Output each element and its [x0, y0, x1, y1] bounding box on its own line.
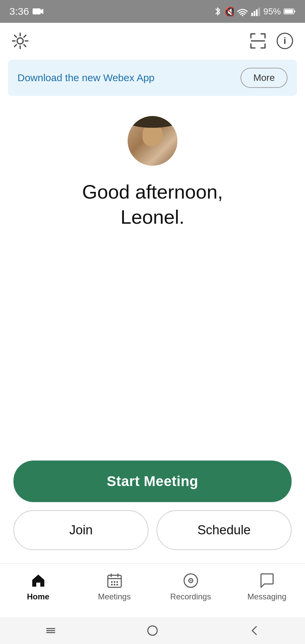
- status-left: 3:36: [9, 6, 44, 17]
- recordings-icon: [182, 572, 200, 589]
- svg-rect-5: [254, 11, 255, 16]
- svg-text:i: i: [284, 36, 286, 46]
- back-icon: [248, 625, 260, 637]
- svg-point-21: [116, 581, 118, 583]
- back-button[interactable]: [244, 621, 264, 641]
- mute-icon: 🔇: [224, 6, 234, 16]
- scan-icon: [249, 32, 267, 50]
- messaging-icon: [258, 572, 276, 589]
- battery-percent: 95%: [263, 6, 281, 17]
- scan-button[interactable]: [248, 31, 268, 51]
- nav-item-recordings[interactable]: Recordings: [152, 569, 229, 601]
- banner-text: Download the new Webex App: [17, 72, 155, 84]
- svg-point-23: [114, 584, 115, 586]
- svg-point-19: [111, 581, 113, 583]
- home-svg: [30, 573, 46, 589]
- signal-icon: [251, 7, 261, 16]
- avatar-image: [128, 116, 177, 166]
- main-content: Good afternoon, Leonel. Start Meeting Jo…: [0, 103, 305, 564]
- wifi-icon: [236, 7, 249, 16]
- meetings-icon: [106, 572, 123, 589]
- greeting-line2: Leonel.: [121, 206, 184, 228]
- header-right: i: [248, 31, 295, 51]
- svg-rect-4: [251, 13, 253, 16]
- camera-icon: [32, 7, 44, 16]
- svg-rect-6: [256, 9, 258, 16]
- svg-rect-10: [294, 10, 295, 12]
- status-bar: 3:36 🔇 95%: [0, 0, 305, 23]
- greeting: Good afternoon, Leonel.: [82, 179, 223, 230]
- svg-point-11: [17, 38, 23, 44]
- svg-marker-1: [41, 9, 43, 14]
- svg-point-20: [114, 581, 115, 583]
- start-meeting-button[interactable]: Start Meeting: [13, 461, 292, 502]
- action-buttons: Start Meeting Join Schedule: [13, 461, 292, 564]
- nav-item-messaging[interactable]: Messaging: [229, 569, 305, 601]
- battery-icon: [284, 8, 296, 15]
- recent-apps-button[interactable]: [41, 621, 61, 641]
- nav-item-home[interactable]: Home: [0, 569, 76, 601]
- svg-point-27: [190, 580, 191, 581]
- svg-point-24: [116, 584, 118, 586]
- recent-apps-icon: [45, 625, 57, 637]
- svg-rect-7: [258, 8, 260, 16]
- svg-point-22: [111, 584, 113, 586]
- svg-text:🔇: 🔇: [224, 6, 234, 16]
- schedule-button[interactable]: Schedule: [157, 510, 292, 550]
- avatar: [128, 116, 177, 166]
- status-time: 3:36: [9, 6, 29, 17]
- svg-rect-0: [33, 8, 41, 14]
- home-icon: [30, 572, 47, 589]
- nav-label-messaging: Messaging: [247, 592, 286, 601]
- banner-more-button[interactable]: More: [241, 68, 288, 88]
- recordings-svg: [183, 573, 199, 589]
- meetings-svg: [106, 573, 123, 589]
- app-area: i Download the new Webex App More Good a…: [0, 23, 305, 644]
- info-icon: i: [276, 32, 294, 50]
- bottom-nav: Home Meetings: [0, 564, 305, 617]
- nav-label-meetings: Meetings: [98, 592, 131, 601]
- nav-item-meetings[interactable]: Meetings: [76, 569, 152, 601]
- secondary-buttons: Join Schedule: [13, 510, 292, 550]
- svg-point-31: [148, 626, 157, 635]
- header: i: [0, 23, 305, 56]
- home-system-icon: [146, 625, 159, 637]
- nav-label-home: Home: [27, 592, 49, 601]
- nav-label-recordings: Recordings: [170, 592, 211, 601]
- status-right: 🔇 95%: [214, 6, 296, 17]
- svg-point-3: [242, 15, 243, 16]
- messaging-svg: [259, 573, 275, 589]
- greeting-line1: Good afternoon,: [82, 181, 223, 203]
- bluetooth-icon: [214, 6, 222, 17]
- svg-rect-9: [285, 9, 293, 13]
- info-button[interactable]: i: [275, 31, 295, 51]
- system-nav-bar: [0, 617, 305, 644]
- gear-icon: [11, 32, 29, 50]
- join-button[interactable]: Join: [13, 510, 148, 550]
- home-system-button[interactable]: [142, 621, 163, 641]
- settings-button[interactable]: [10, 31, 30, 51]
- download-banner: Download the new Webex App More: [8, 60, 297, 96]
